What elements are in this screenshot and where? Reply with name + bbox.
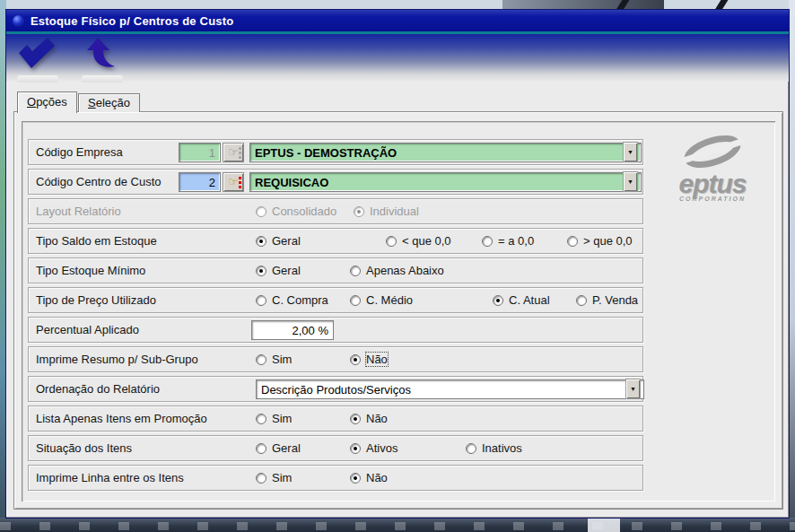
tab-page-opcoes: eptus CORPORATION Código Empresa 1 ☞ EPT… — [13, 111, 783, 510]
radio-geral[interactable]: Geral — [256, 436, 301, 460]
window-title: Estoque Físico p/ Centros de Custo — [6, 14, 233, 28]
row-tipo-estoque-minimo: Tipo Estoque Mínimo Geral Apenas Abaixo — [28, 257, 643, 283]
radio-sim[interactable]: Sim — [256, 347, 292, 371]
radio-sim[interactable]: Sim — [256, 406, 292, 431]
radio-icon — [256, 354, 266, 365]
check-icon — [17, 37, 57, 71]
form-rows: Código Empresa 1 ☞ EPTUS - DEMOSTRAÇÃO ▼… — [28, 139, 643, 494]
exit-button[interactable] — [78, 37, 125, 82]
radio-icon — [256, 473, 266, 484]
field-label: Percentual Aplicado — [36, 318, 139, 342]
radio-nao[interactable]: Não — [350, 466, 388, 490]
field-label: Layout Relatório — [36, 199, 121, 223]
pointing-hand-icon: ☞ — [228, 175, 239, 188]
radio-icon — [256, 236, 266, 247]
chevron-down-icon[interactable]: ▼ — [623, 171, 638, 192]
row-lista-itens-promocao: Lista Apenas Itens em Promoção Sim Não — [28, 406, 643, 432]
lookup-hand-button: ☞ — [223, 143, 244, 162]
tab-opcoes[interactable]: Opções — [17, 92, 77, 113]
row-tipo-saldo-estoque: Tipo Saldo em Estoque Geral < que 0,0 — [28, 228, 643, 254]
radio-maior-que-zero[interactable]: > que 0,0 — [567, 229, 633, 253]
field-label: Código Centro de Custo — [36, 170, 161, 194]
field-label: Código Empresa — [36, 140, 123, 164]
radio-p-venda[interactable]: P. Venda — [576, 288, 638, 312]
field-label: Situação dos Itens — [36, 436, 132, 460]
percentual-input[interactable]: 2,00 % — [251, 320, 334, 340]
radio-icon — [493, 295, 503, 306]
eptus-logo: eptus CORPORATION — [660, 134, 764, 202]
radio-individual: Individual — [354, 199, 419, 223]
tab-selecao[interactable]: Seleção — [78, 93, 140, 112]
radio-geral[interactable]: Geral — [256, 258, 301, 283]
radio-icon — [354, 206, 364, 217]
desktop-background-bottom — [0, 518, 795, 532]
row-percentual-aplicado: Percentual Aplicado 2,00 % — [28, 317, 643, 343]
field-label: Imprime Linha entre os Itens — [36, 466, 184, 490]
radio-sim[interactable]: Sim — [256, 466, 292, 490]
field-label: Tipo Saldo em Estoque — [36, 229, 157, 253]
toolbar — [6, 34, 789, 82]
radio-apenas-abaixo[interactable]: Apenas Abaixo — [350, 258, 444, 283]
field-label: Lista Apenas Itens em Promoção — [36, 406, 207, 431]
row-layout-relatorio: Layout Relatório Consolidado Individual — [28, 198, 643, 224]
chevron-down-icon[interactable]: ▼ — [625, 379, 641, 399]
codigo-empresa-input: 1 — [179, 143, 221, 162]
radio-icon — [350, 354, 361, 365]
radio-icon — [256, 414, 266, 424]
desktop: Estoque Físico p/ Centros de Custo Opçõe… — [0, 0, 795, 532]
radio-icon — [567, 236, 578, 247]
radio-nao[interactable]: Não — [350, 347, 388, 371]
pointing-hand-icon: ☞ — [228, 145, 239, 159]
empresa-combobox[interactable]: EPTUS - DEMOSTRAÇÃO — [249, 143, 642, 162]
curved-up-arrow-icon — [84, 37, 118, 74]
field-label: Tipo de Preço Utilizado — [36, 288, 156, 312]
radio-icon — [256, 443, 266, 454]
field-label: Ordenação do Relatório — [36, 377, 160, 401]
eptus-logo-text: eptus — [660, 173, 764, 195]
row-imprime-resumo-subgrupo: Imprime Resumo p/ Sub-Grupo Sim Não — [28, 346, 643, 372]
options-panel: eptus CORPORATION Código Empresa 1 ☞ EPT… — [22, 121, 775, 501]
row-imprime-linha-itens: Imprime Linha entre os Itens Sim Não — [28, 465, 643, 491]
radio-inativos[interactable]: Inativos — [466, 436, 522, 460]
desktop-background-right — [789, 0, 795, 532]
radio-c-medio[interactable]: C. Médio — [350, 288, 413, 312]
red-dots-icon — [239, 147, 241, 150]
radio-menor-que-zero[interactable]: < que 0,0 — [386, 229, 451, 253]
row-codigo-empresa: Código Empresa 1 ☞ EPTUS - DEMOSTRAÇÃO ▼ — [28, 139, 643, 165]
radio-icon — [350, 266, 361, 276]
radio-igual-zero[interactable]: = a 0,0 — [482, 229, 534, 253]
radio-c-compra[interactable]: C. Compra — [256, 288, 328, 312]
tab-label: Opções — [27, 92, 67, 111]
estoque-fisico-window: Estoque Físico p/ Centros de Custo Opçõe… — [5, 9, 790, 519]
row-codigo-centro-custo: Código Centro de Custo 2 ☞ REQUISICAO ▼ — [28, 169, 643, 195]
radio-nao[interactable]: Não — [350, 406, 388, 431]
field-label: Imprime Resumo p/ Sub-Grupo — [36, 347, 198, 371]
eptus-logo-subtitle: CORPORATION — [660, 196, 764, 202]
centro-custo-combobox[interactable]: REQUISICAO — [249, 172, 642, 192]
radio-ativos[interactable]: Ativos — [350, 436, 398, 460]
radio-icon — [350, 443, 361, 454]
row-tipo-preco-utilizado: Tipo de Preço Utilizado C. Compra C. Méd… — [28, 287, 643, 313]
radio-icon — [350, 295, 361, 306]
codigo-centro-custo-input[interactable]: 2 — [179, 172, 221, 192]
chevron-down-icon[interactable]: ▼ — [623, 142, 638, 162]
row-situacao-itens: Situação dos Itens Geral Ativos — [28, 435, 643, 461]
radio-icon — [350, 473, 361, 484]
confirm-button[interactable] — [13, 37, 60, 82]
tab-control: Opções Seleção eptus CORPORATION — [13, 92, 783, 510]
field-label: Tipo Estoque Mínimo — [36, 258, 145, 283]
row-ordenacao-relatorio: Ordenação do Relatório Descrição Produto… — [28, 376, 643, 402]
radio-icon — [256, 266, 266, 276]
radio-c-atual[interactable]: C. Atual — [493, 288, 550, 312]
radio-geral[interactable]: Geral — [256, 229, 301, 253]
radio-icon — [256, 295, 266, 306]
radio-icon — [386, 236, 397, 247]
eptus-logo-swirl-icon — [666, 134, 759, 170]
lookup-hand-button[interactable]: ☞ — [223, 172, 244, 192]
red-dots-icon — [239, 177, 241, 179]
radio-icon — [256, 206, 266, 217]
radio-icon — [466, 443, 476, 454]
tab-label: Seleção — [88, 94, 130, 111]
ordenacao-combobox[interactable]: Descrição Produtos/Serviços — [256, 379, 644, 399]
titlebar: Estoque Físico p/ Centros de Custo — [6, 10, 789, 31]
